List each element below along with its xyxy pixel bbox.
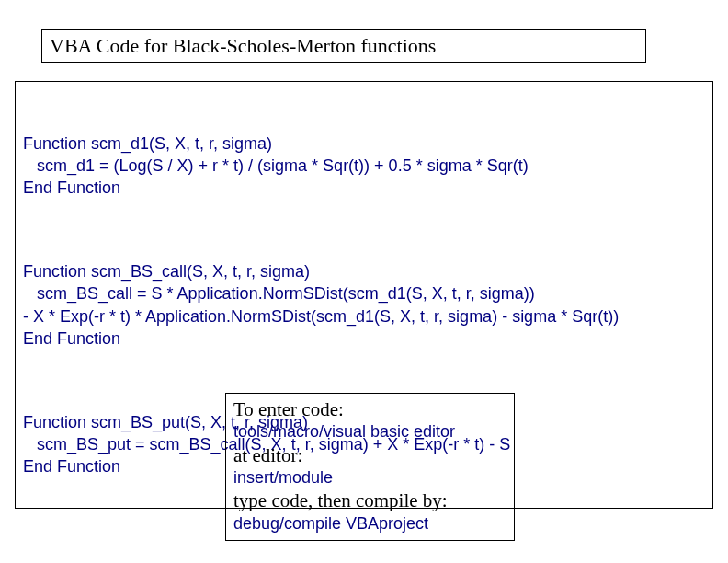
instruction-heading-at-editor: at editor:: [233, 443, 506, 467]
title-box: VBA Code for Black-Scholes-Merton functi…: [41, 29, 646, 63]
code-function-d1: Function scm_d1(S, X, t, r, sigma) scm_d…: [23, 132, 705, 200]
instruction-path-module: insert/module: [233, 467, 506, 488]
code-function-bs-call: Function scm_BS_call(S, X, t, r, sigma) …: [23, 260, 705, 350]
instruction-path-compile: debug/compile VBAproject: [233, 513, 506, 534]
slide-title: VBA Code for Black-Scholes-Merton functi…: [50, 34, 436, 57]
instruction-heading-compile: type code, then compile by:: [233, 488, 506, 512]
instruction-path-editor: tools/macro/visual basic editor: [233, 421, 506, 442]
instruction-heading-enter-code: To enter code:: [233, 397, 506, 421]
instructions-box: To enter code: tools/macro/visual basic …: [225, 393, 515, 541]
